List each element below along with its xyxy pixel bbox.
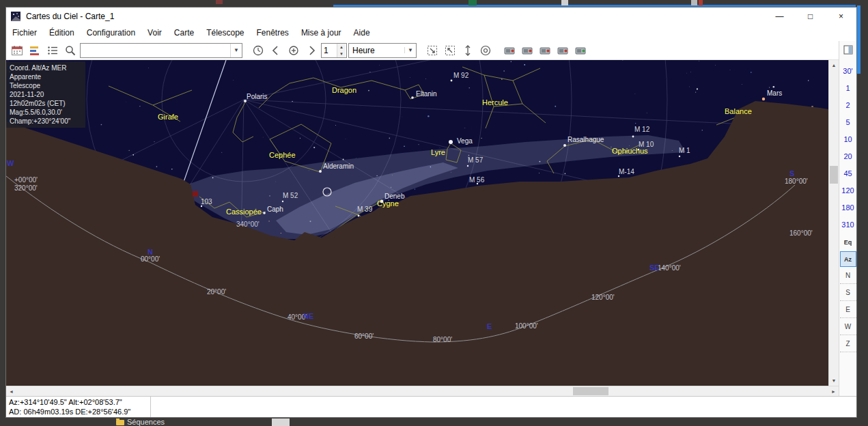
star-dot <box>171 169 173 170</box>
direction-z-button[interactable]: Z <box>840 336 856 352</box>
star-dot <box>751 72 752 73</box>
zoom-preset-8[interactable]: 180 <box>839 199 856 216</box>
status-coordinates: Az:+314°10'49.5" Alt:+02°08'53.7" AD: 06… <box>6 397 151 417</box>
chart-label-const: Cassiopée <box>226 208 262 216</box>
zoom-preset-9[interactable]: 310 <box>839 216 856 233</box>
star-dot <box>310 221 311 222</box>
zoom-preset-2[interactable]: 2 <box>839 96 856 113</box>
horizontal-scroll-thumb[interactable] <box>573 387 608 395</box>
star-dot <box>132 154 134 156</box>
search-input[interactable] <box>81 44 230 57</box>
star-dot <box>212 178 214 179</box>
chart-label-cardinal: W <box>7 159 14 167</box>
telescope-panel-button-5[interactable] <box>572 42 589 59</box>
scroll-right-icon[interactable]: ► <box>828 386 839 396</box>
fit-height-button[interactable] <box>460 42 476 59</box>
info-overlay: Coord. Alt/Az MERApparenteTelescope2021-… <box>6 61 85 128</box>
vertical-scroll-thumb[interactable] <box>830 166 838 184</box>
chart-label-az: +00°00' <box>14 176 38 184</box>
zoom-out-selection-button[interactable] <box>442 42 458 59</box>
menu-item-1[interactable]: Édition <box>43 25 81 40</box>
bright-star-dot <box>358 215 360 217</box>
menu-item-4[interactable]: Carte <box>168 25 200 40</box>
object-info-button[interactable] <box>27 42 43 59</box>
time-previous-button[interactable] <box>268 42 284 59</box>
object-list-button[interactable] <box>44 42 61 59</box>
bright-star-dot <box>263 212 266 214</box>
zoom-preset-5[interactable]: 20 <box>839 147 856 165</box>
menu-item-8[interactable]: Aide <box>348 25 376 40</box>
menu-item-5[interactable]: Télescope <box>200 25 250 40</box>
status-bar: Az:+314°10'49.5" Alt:+02°08'53.7" AD: 06… <box>6 396 856 417</box>
zoom-preset-6[interactable]: 45 <box>839 165 856 182</box>
bright-star-dot <box>449 140 453 144</box>
direction-e-button[interactable]: E <box>840 302 856 318</box>
chart-vertical-scrollbar[interactable]: ▲ ▼ <box>828 60 839 386</box>
telescope-panel-button-2[interactable] <box>519 42 535 59</box>
coord-mode-eq-button[interactable]: Eq <box>840 234 856 250</box>
chart-label-messier: M 39 <box>357 205 373 213</box>
zoom-preset-7[interactable]: 120 <box>839 182 856 199</box>
time-clock-button[interactable] <box>250 42 266 59</box>
zoom-in-selection-button[interactable] <box>424 42 440 59</box>
scroll-down-icon[interactable]: ▼ <box>829 375 839 386</box>
direction-s-button[interactable]: S <box>840 285 856 301</box>
time-now-button[interactable] <box>285 42 302 59</box>
search-dropdown-arrow-icon[interactable]: ▼ <box>230 44 242 57</box>
zoom-preset-1[interactable]: 1 <box>839 79 856 96</box>
time-step-up-icon[interactable]: ▲ <box>337 44 346 51</box>
background-window-fragment <box>561 0 568 5</box>
time-next-button[interactable] <box>303 42 320 59</box>
chart-label-cardinal: N <box>148 248 153 256</box>
chart-label-messier: M-14 <box>619 168 634 175</box>
direction-w-button[interactable]: W <box>840 319 856 335</box>
menu-item-7[interactable]: Mise à jour <box>295 25 348 40</box>
sky-chart[interactable]: DragonHerculeGirafeBalanceCephéeLyreOphi… <box>6 60 828 386</box>
menu-item-0[interactable]: Fichier <box>6 25 43 40</box>
scroll-left-icon[interactable]: ◄ <box>6 386 16 396</box>
sky-chart-area[interactable]: DragonHerculeGirafeBalanceCephéeLyreOphi… <box>6 60 839 386</box>
chart-horizontal-scrollbar[interactable]: ◄ ► <box>6 386 839 396</box>
star-dot <box>540 161 541 162</box>
info-line: 2021-11-20 <box>10 90 82 99</box>
minimize-button[interactable]: — <box>764 8 795 25</box>
chart-label-const: Cygne <box>377 199 399 208</box>
search-button[interactable] <box>62 42 79 59</box>
star-dot <box>430 167 432 168</box>
title-bar[interactable]: Cartes du Ciel - Carte_1 — □ × <box>6 8 856 25</box>
star-dot <box>309 170 309 171</box>
time-unit-select[interactable]: Heure ▼ <box>348 43 417 58</box>
menu-item-2[interactable]: Configuration <box>81 25 141 40</box>
scroll-up-icon[interactable]: ▲ <box>829 60 839 70</box>
star-dot <box>392 175 393 175</box>
chart-label-const: Girafe <box>158 113 178 121</box>
star-dot <box>148 68 149 68</box>
star-dot <box>647 113 647 113</box>
fov-marker <box>193 191 198 197</box>
maximize-button[interactable]: □ <box>795 8 826 25</box>
zoom-preset-3[interactable]: 5 <box>839 113 856 130</box>
star-dot <box>369 72 370 72</box>
close-button[interactable]: × <box>826 8 856 25</box>
calendar-button[interactable] <box>9 42 25 59</box>
star-dot <box>154 141 154 142</box>
telescope-panel-button-3[interactable] <box>537 42 553 59</box>
time-step-input[interactable] <box>322 44 337 57</box>
star-dot <box>376 175 377 176</box>
time-step-down-icon[interactable]: ▼ <box>337 51 346 57</box>
menu-item-3[interactable]: Voir <box>141 25 168 40</box>
background-window-fragment <box>699 0 703 5</box>
field-of-view-button[interactable] <box>477 42 494 59</box>
telescope-panel-button-1[interactable] <box>501 42 518 59</box>
star-dot <box>425 79 426 79</box>
menu-item-6[interactable]: Fenêtres <box>251 25 295 40</box>
telescope-panel-button-4[interactable] <box>555 42 571 59</box>
panel-toggle-button[interactable] <box>841 43 855 57</box>
star-dot <box>275 182 276 182</box>
star-dot <box>635 94 636 94</box>
zoom-preset-4[interactable]: 10 <box>839 130 856 147</box>
chart-label-star: Deneb <box>384 193 405 200</box>
direction-n-button[interactable]: N <box>840 268 856 284</box>
zoom-preset-0[interactable]: 30' <box>839 62 856 79</box>
coord-mode-az-button[interactable]: Az <box>840 251 856 267</box>
